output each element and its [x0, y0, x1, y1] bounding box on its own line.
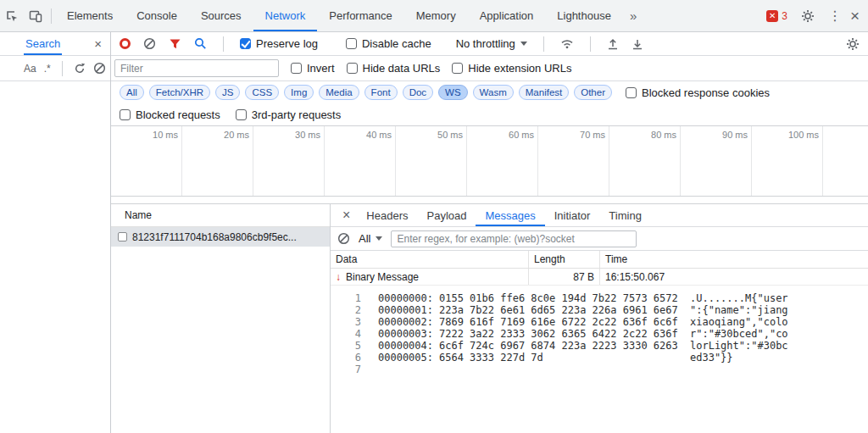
- request-list: Name 81231f7111704b168a9806cb9f5ec...: [111, 204, 331, 433]
- tab-timing[interactable]: Timing: [599, 204, 651, 226]
- blocked-response-cookies-checkbox[interactable]: Blocked response cookies: [626, 86, 770, 99]
- record-button[interactable]: [120, 38, 131, 49]
- request-split-view: Name 81231f7111704b168a9806cb9f5ec... × …: [111, 203, 868, 433]
- tab-performance[interactable]: Performance: [317, 0, 403, 31]
- message-data-cell: ↓ Binary Message: [331, 269, 529, 285]
- checkbox-unchecked: [291, 63, 302, 74]
- tab-initiator[interactable]: Initiator: [545, 204, 600, 226]
- pill-font[interactable]: Font: [364, 85, 398, 100]
- error-count: 3: [782, 10, 787, 22]
- hex-ascii: ":{"name":"jiang: [690, 304, 788, 316]
- pill-media[interactable]: Media: [319, 85, 359, 100]
- timeline-tick: 60 ms: [467, 126, 538, 196]
- hex-bytes: 6564 3333 227d 7d: [439, 352, 690, 364]
- tab-memory[interactable]: Memory: [404, 0, 468, 31]
- hex-bytes: 7869 616f 7169 616e 6722 2c22 636f 6c6f: [439, 316, 690, 328]
- network-overview-timeline[interactable]: 10 ms 20 ms 30 ms 40 ms 50 ms 60 ms 70 m…: [111, 125, 868, 197]
- tab-console[interactable]: Console: [125, 0, 189, 31]
- name-column-header[interactable]: Name: [111, 204, 330, 227]
- tab-sources[interactable]: Sources: [189, 0, 253, 31]
- blocked-requests-checkbox[interactable]: Blocked requests: [120, 108, 220, 121]
- import-har-icon[interactable]: [607, 38, 619, 50]
- messages-toolbar: All: [331, 227, 868, 251]
- pill-fetch-xhr[interactable]: Fetch/XHR: [149, 85, 210, 100]
- more-options-icon[interactable]: ⋮: [828, 9, 842, 23]
- pill-manifest[interactable]: Manifest: [519, 85, 569, 100]
- match-case-toggle[interactable]: Aa: [24, 63, 36, 75]
- download-arrow-icon: ↓: [336, 271, 341, 283]
- tab-network[interactable]: Network: [253, 0, 318, 31]
- tab-messages[interactable]: Messages: [476, 204, 544, 226]
- pill-css[interactable]: CSS: [245, 85, 279, 100]
- filter-funnel-icon[interactable]: [169, 38, 181, 50]
- time-column-header[interactable]: Time: [600, 251, 868, 268]
- tab-elements[interactable]: Elements: [55, 0, 125, 31]
- data-column-header[interactable]: Data: [331, 251, 529, 268]
- message-row[interactable]: ↓ Binary Message 87 B 16:15:50.067: [331, 269, 868, 286]
- tab-lighthouse[interactable]: Lighthouse: [545, 0, 623, 31]
- tab-headers[interactable]: Headers: [357, 204, 417, 226]
- message-type-dropdown[interactable]: All: [359, 232, 382, 245]
- pill-ws[interactable]: WS: [438, 85, 468, 100]
- details-tabbar: × Headers Payload Messages Initiator Tim…: [331, 204, 868, 227]
- close-devtools-icon[interactable]: ×: [850, 8, 860, 24]
- hex-bytes: 0155 01b6 ffe6 8c0e 194d 7b22 7573 6572: [439, 292, 690, 304]
- pill-wasm[interactable]: Wasm: [473, 85, 514, 100]
- device-toolbar-button[interactable]: [24, 4, 47, 28]
- inspect-element-button[interactable]: [0, 4, 24, 28]
- filter-input[interactable]: [114, 59, 279, 77]
- blocked-response-cookies-label: Blocked response cookies: [642, 86, 770, 99]
- regex-toggle[interactable]: .*: [44, 63, 51, 75]
- hex-ascii: r":"#30bced","co: [690, 328, 788, 340]
- line-number: 2: [331, 304, 361, 316]
- divider: [590, 36, 591, 52]
- hex-line: 5 00000004: 6c6f 724c 6967 6874 223a 222…: [331, 340, 868, 352]
- tab-application[interactable]: Application: [468, 0, 546, 31]
- settings-button[interactable]: [796, 4, 820, 28]
- third-party-requests-checkbox[interactable]: 3rd-party requests: [236, 108, 342, 121]
- pill-js[interactable]: JS: [215, 85, 240, 100]
- messages-grid-header: Data Length Time: [331, 251, 868, 269]
- disable-cache-checkbox[interactable]: Disable cache: [346, 37, 431, 50]
- error-icon: ✕: [766, 10, 778, 22]
- checkbox-unchecked: [347, 63, 358, 74]
- devtools-body: Search × Aa .*: [0, 32, 868, 433]
- preserve-log-checkbox[interactable]: Preserve log: [240, 37, 318, 50]
- tab-payload[interactable]: Payload: [417, 204, 476, 226]
- tabbar-right-controls: ✕ 3 ⋮ ×: [766, 4, 868, 28]
- hide-extension-urls-checkbox[interactable]: Hide extension URLs: [452, 62, 571, 75]
- search-network-icon[interactable]: [194, 37, 207, 50]
- hex-line: 4 00000003: 7222 3a22 2333 3062 6365 642…: [331, 328, 868, 340]
- request-row[interactable]: 81231f7111704b168a9806cb9f5ec...: [111, 227, 330, 247]
- timeline-tick: 10 ms: [111, 126, 182, 196]
- throttling-dropdown[interactable]: No throttling: [456, 37, 527, 50]
- clear-search-icon[interactable]: [93, 62, 106, 75]
- clear-network-log-icon[interactable]: [143, 37, 156, 50]
- pill-doc[interactable]: Doc: [403, 85, 433, 100]
- export-har-icon[interactable]: [632, 38, 643, 50]
- tab-search[interactable]: Search: [24, 32, 62, 55]
- divider: [62, 61, 63, 76]
- more-tabs-chevron-icon[interactable]: »: [623, 8, 643, 23]
- pill-all[interactable]: All: [120, 85, 144, 100]
- close-details-icon[interactable]: ×: [336, 208, 357, 223]
- network-filter-row: Invert Hide data URLs Hide extension URL…: [111, 56, 868, 81]
- invert-checkbox[interactable]: Invert: [291, 62, 335, 75]
- length-column-header[interactable]: Length: [529, 251, 600, 268]
- checkbox-unchecked: [120, 109, 131, 120]
- network-conditions-icon[interactable]: [560, 38, 574, 49]
- hex-offset: 00000001:: [378, 304, 439, 316]
- request-checkbox[interactable]: [118, 232, 127, 241]
- hide-data-urls-checkbox[interactable]: Hide data URLs: [347, 62, 441, 75]
- refresh-icon[interactable]: [74, 63, 86, 75]
- clear-messages-icon[interactable]: [337, 232, 350, 245]
- close-search-icon[interactable]: ×: [94, 36, 102, 51]
- pill-other[interactable]: Other: [574, 85, 612, 100]
- message-regex-input[interactable]: [391, 230, 637, 247]
- search-tab-row: Search ×: [0, 32, 110, 56]
- error-count-badge[interactable]: ✕ 3: [766, 10, 787, 22]
- pill-img[interactable]: Img: [284, 85, 314, 100]
- message-type-value: All: [359, 232, 370, 245]
- hex-offset: 00000003:: [378, 328, 439, 340]
- network-settings-gear-icon[interactable]: [846, 37, 860, 51]
